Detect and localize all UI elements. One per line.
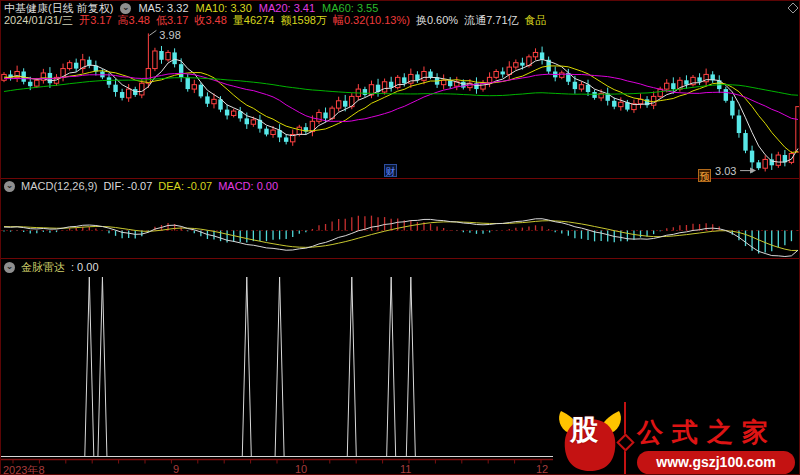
x-axis-label-2: 10: [295, 463, 307, 475]
radar-spike: [242, 277, 251, 456]
radar-spike: [406, 277, 415, 456]
collapse-panel-icon[interactable]: ⌄: [4, 262, 15, 273]
radar-spike: [98, 277, 107, 456]
header2-token-6: 额1598万: [280, 14, 326, 26]
low-annotation: 3.03: [715, 165, 736, 177]
event-badge-预[interactable]: 预: [698, 169, 711, 182]
header1-token-0: 中基健康(日线 前复权): [4, 2, 113, 14]
radar-panel-label: ⌄ 金脉雷达 : 0.00: [4, 261, 99, 273]
logo-brand-text: 公式之家: [637, 415, 797, 450]
header2-token-1: 开3.17: [79, 14, 111, 26]
macd-label-token-3: DEA: -0.07: [158, 180, 212, 192]
watermark-logo: 股 公式之家 www.gszj100.com: [553, 389, 800, 475]
radar-spike: [387, 277, 396, 456]
header2-token-4: 收3.48: [194, 14, 226, 26]
ma10-line: [4, 66, 798, 153]
macd-panel-label: ⌄MACD(12,26,9)DIF: -0.07DEA: -0.07MACD: …: [4, 180, 278, 192]
collapse-panel-icon[interactable]: ⌄: [120, 3, 131, 14]
macd-label-token-4: MACD: 0.00: [218, 180, 278, 192]
stock-chart-window: 3.983.03 中基健康(日线 前复权)⌄MA5: 3.32MA10: 3.3…: [0, 0, 800, 475]
header-line-1: 中基健康(日线 前复权)⌄MA5: 3.32MA10: 3.30MA20: 3.…: [4, 2, 378, 14]
header1-token-4: MA20: 3.41: [259, 2, 315, 14]
radar-indicator-name: 金脉雷达: [21, 261, 65, 273]
header1-token-3: MA10: 3.30: [196, 2, 252, 14]
radar-spike: [85, 277, 94, 456]
header2-token-7: 幅0.32(10.13%): [333, 14, 410, 26]
radar-spike: [275, 277, 284, 456]
logo-website-url: www.gszj100.com: [637, 451, 795, 474]
header2-token-9: 流通7.71亿: [464, 14, 518, 26]
header-line-2: 2024/01/31/三开3.17高3.48低3.17收3.48量46274额1…: [4, 14, 547, 26]
x-axis-label-4: 12: [536, 463, 548, 475]
header2-token-3: 低3.17: [156, 14, 188, 26]
collapse-panel-icon[interactable]: ⌄: [4, 181, 15, 192]
header2-token-10: 食品: [525, 14, 547, 26]
macd-label-token-1: MACD(12,26,9): [21, 180, 97, 192]
bull-logo-character: 股: [570, 411, 598, 449]
header2-token-5: 量46274: [233, 14, 275, 26]
header2-token-0: 2024/01/31/三: [4, 14, 73, 26]
x-axis-label-1: 9: [173, 463, 179, 475]
high-annotation: 3.98: [159, 29, 180, 41]
macd-series: [4, 216, 798, 257]
event-badge-财[interactable]: 财: [384, 164, 397, 177]
ma5-line: [4, 59, 798, 162]
x-axis-label-0: 2023年8: [3, 463, 45, 475]
radar-indicator-value: : 0.00: [71, 261, 99, 273]
header1-token-5: MA60: 3.55: [322, 2, 378, 14]
candlestick-series: [2, 33, 800, 172]
radar-spike: [347, 277, 356, 456]
macd-label-token-2: DIF: -0.07: [103, 180, 152, 192]
header2-token-8: 换0.60%: [416, 14, 458, 26]
corner-diamond-icon: [788, 3, 798, 13]
x-axis-label-3: 11: [400, 463, 411, 475]
header1-token-2: MA5: 3.32: [138, 2, 188, 14]
header2-token-2: 高3.48: [118, 14, 150, 26]
